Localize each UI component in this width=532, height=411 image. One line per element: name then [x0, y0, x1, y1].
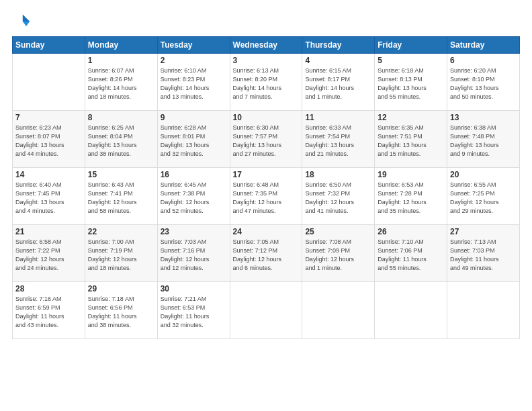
calendar-cell: 14Sunrise: 6:40 AM Sunset: 7:45 PM Dayli… [13, 168, 85, 225]
day-number: 30 [161, 284, 227, 293]
day-info: Sunrise: 7:21 AM Sunset: 6:53 PM Dayligh… [161, 295, 227, 330]
day-info: Sunrise: 6:53 AM Sunset: 7:28 PM Dayligh… [378, 181, 444, 216]
logo-icon [12, 12, 31, 31]
day-number: 27 [450, 227, 517, 236]
day-number: 29 [88, 284, 154, 293]
calendar-cell: 18Sunrise: 6:50 AM Sunset: 7:32 PM Dayli… [302, 168, 375, 225]
col-header-monday: Monday [85, 37, 157, 54]
calendar-cell: 6Sunrise: 6:20 AM Sunset: 8:10 PM Daylig… [447, 54, 520, 111]
calendar-cell: 21Sunrise: 6:58 AM Sunset: 7:22 PM Dayli… [13, 225, 85, 282]
day-info: Sunrise: 6:18 AM Sunset: 8:13 PM Dayligh… [378, 66, 444, 101]
day-info: Sunrise: 6:55 AM Sunset: 7:25 PM Dayligh… [450, 181, 517, 216]
calendar-cell: 10Sunrise: 6:30 AM Sunset: 7:57 PM Dayli… [230, 111, 302, 168]
day-number: 9 [161, 113, 227, 122]
svg-marker-1 [23, 21, 30, 26]
day-number: 16 [161, 170, 227, 179]
calendar-cell: 22Sunrise: 7:00 AM Sunset: 7:19 PM Dayli… [85, 225, 157, 282]
calendar-cell: 4Sunrise: 6:15 AM Sunset: 8:17 PM Daylig… [302, 54, 375, 111]
day-number: 12 [378, 113, 444, 122]
day-info: Sunrise: 6:10 AM Sunset: 8:23 PM Dayligh… [161, 66, 227, 101]
calendar-cell [230, 282, 302, 339]
day-number: 13 [450, 113, 517, 122]
calendar-week-4: 21Sunrise: 6:58 AM Sunset: 7:22 PM Dayli… [13, 225, 520, 282]
col-header-wednesday: Wednesday [230, 37, 302, 54]
day-number: 5 [378, 56, 444, 65]
calendar-week-2: 7Sunrise: 6:23 AM Sunset: 8:07 PM Daylig… [13, 111, 520, 168]
header [12, 12, 520, 31]
svg-marker-0 [23, 15, 30, 22]
col-header-friday: Friday [375, 37, 447, 54]
calendar-table: SundayMondayTuesdayWednesdayThursdayFrid… [12, 36, 520, 339]
calendar-cell: 2Sunrise: 6:10 AM Sunset: 8:23 PM Daylig… [157, 54, 230, 111]
calendar-cell: 13Sunrise: 6:38 AM Sunset: 7:48 PM Dayli… [447, 111, 520, 168]
day-number: 28 [15, 284, 82, 293]
calendar-cell [447, 282, 520, 339]
day-info: Sunrise: 6:30 AM Sunset: 7:57 PM Dayligh… [233, 124, 300, 158]
calendar-cell: 20Sunrise: 6:55 AM Sunset: 7:25 PM Dayli… [447, 168, 520, 225]
day-number: 6 [450, 56, 517, 65]
calendar-cell: 12Sunrise: 6:35 AM Sunset: 7:51 PM Dayli… [375, 111, 447, 168]
day-number: 4 [305, 56, 371, 65]
day-number: 20 [450, 170, 517, 179]
calendar-header-row: SundayMondayTuesdayWednesdayThursdayFrid… [13, 37, 520, 54]
day-info: Sunrise: 7:08 AM Sunset: 7:09 PM Dayligh… [305, 238, 371, 273]
day-info: Sunrise: 7:16 AM Sunset: 6:59 PM Dayligh… [15, 295, 82, 330]
calendar-cell: 9Sunrise: 6:28 AM Sunset: 8:01 PM Daylig… [157, 111, 230, 168]
calendar-cell: 26Sunrise: 7:10 AM Sunset: 7:06 PM Dayli… [375, 225, 447, 282]
calendar-cell: 3Sunrise: 6:13 AM Sunset: 8:20 PM Daylig… [230, 54, 302, 111]
day-number: 8 [88, 113, 154, 122]
calendar-cell: 16Sunrise: 6:45 AM Sunset: 7:38 PM Dayli… [157, 168, 230, 225]
calendar-cell: 24Sunrise: 7:05 AM Sunset: 7:12 PM Dayli… [230, 225, 302, 282]
day-number: 11 [305, 113, 371, 122]
calendar-cell: 28Sunrise: 7:16 AM Sunset: 6:59 PM Dayli… [13, 282, 85, 339]
day-info: Sunrise: 6:50 AM Sunset: 7:32 PM Dayligh… [305, 181, 371, 216]
day-info: Sunrise: 6:58 AM Sunset: 7:22 PM Dayligh… [15, 238, 82, 273]
calendar-cell [13, 54, 85, 111]
day-info: Sunrise: 7:05 AM Sunset: 7:12 PM Dayligh… [233, 238, 300, 273]
day-info: Sunrise: 6:35 AM Sunset: 7:51 PM Dayligh… [378, 124, 444, 158]
day-number: 22 [88, 227, 154, 236]
calendar-cell: 7Sunrise: 6:23 AM Sunset: 8:07 PM Daylig… [13, 111, 85, 168]
col-header-sunday: Sunday [13, 37, 85, 54]
logo [12, 12, 34, 31]
day-number: 7 [15, 113, 82, 122]
page: SundayMondayTuesdayWednesdayThursdayFrid… [0, 0, 532, 411]
day-number: 14 [15, 170, 82, 179]
day-info: Sunrise: 6:07 AM Sunset: 8:26 PM Dayligh… [88, 66, 154, 101]
calendar-cell: 19Sunrise: 6:53 AM Sunset: 7:28 PM Dayli… [375, 168, 447, 225]
day-info: Sunrise: 6:33 AM Sunset: 7:54 PM Dayligh… [305, 124, 371, 158]
calendar-week-5: 28Sunrise: 7:16 AM Sunset: 6:59 PM Dayli… [13, 282, 520, 339]
day-number: 23 [161, 227, 227, 236]
calendar-week-1: 1Sunrise: 6:07 AM Sunset: 8:26 PM Daylig… [13, 54, 520, 111]
day-number: 19 [378, 170, 444, 179]
day-info: Sunrise: 7:03 AM Sunset: 7:16 PM Dayligh… [161, 238, 227, 273]
day-info: Sunrise: 6:15 AM Sunset: 8:17 PM Dayligh… [305, 66, 371, 101]
day-info: Sunrise: 6:45 AM Sunset: 7:38 PM Dayligh… [161, 181, 227, 216]
day-number: 3 [233, 56, 300, 65]
calendar-cell: 5Sunrise: 6:18 AM Sunset: 8:13 PM Daylig… [375, 54, 447, 111]
day-number: 25 [305, 227, 371, 236]
calendar-week-3: 14Sunrise: 6:40 AM Sunset: 7:45 PM Dayli… [13, 168, 520, 225]
day-number: 21 [15, 227, 82, 236]
day-number: 1 [88, 56, 154, 65]
calendar-cell [375, 282, 447, 339]
day-info: Sunrise: 6:43 AM Sunset: 7:41 PM Dayligh… [88, 181, 154, 216]
col-header-saturday: Saturday [447, 37, 520, 54]
day-info: Sunrise: 6:23 AM Sunset: 8:07 PM Dayligh… [15, 124, 82, 158]
calendar-cell: 17Sunrise: 6:48 AM Sunset: 7:35 PM Dayli… [230, 168, 302, 225]
day-info: Sunrise: 7:18 AM Sunset: 6:56 PM Dayligh… [88, 295, 154, 330]
day-info: Sunrise: 6:28 AM Sunset: 8:01 PM Dayligh… [161, 124, 227, 158]
calendar-cell: 25Sunrise: 7:08 AM Sunset: 7:09 PM Dayli… [302, 225, 375, 282]
day-number: 10 [233, 113, 300, 122]
day-info: Sunrise: 6:13 AM Sunset: 8:20 PM Dayligh… [233, 66, 300, 101]
day-number: 18 [305, 170, 371, 179]
day-info: Sunrise: 6:20 AM Sunset: 8:10 PM Dayligh… [450, 66, 517, 101]
day-info: Sunrise: 6:25 AM Sunset: 8:04 PM Dayligh… [88, 124, 154, 158]
day-number: 26 [378, 227, 444, 236]
day-info: Sunrise: 7:00 AM Sunset: 7:19 PM Dayligh… [88, 238, 154, 273]
col-header-tuesday: Tuesday [157, 37, 230, 54]
day-number: 24 [233, 227, 300, 236]
calendar-cell: 30Sunrise: 7:21 AM Sunset: 6:53 PM Dayli… [157, 282, 230, 339]
day-info: Sunrise: 7:13 AM Sunset: 7:03 PM Dayligh… [450, 238, 517, 273]
calendar-cell: 1Sunrise: 6:07 AM Sunset: 8:26 PM Daylig… [85, 54, 157, 111]
